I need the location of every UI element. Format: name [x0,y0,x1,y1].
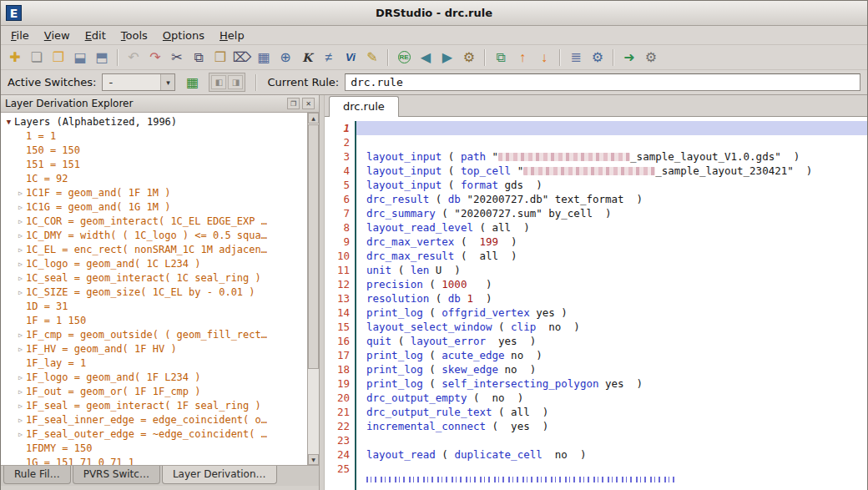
dock-close-button[interactable]: ✕ [302,98,315,109]
back-button[interactable]: ◀ [415,47,437,68]
collapse-icon[interactable]: ▼ [3,115,14,129]
not-equal-icon: ≠ [326,51,333,64]
tree-item[interactable]: ▷1F_logo = geom_and( 1F L234 ) [1,371,307,385]
tree-item[interactable]: ▷1C_COR = geom_interact( 1C_EL EDGE_EXP … [1,215,307,229]
save-button[interactable]: ⬓ [69,47,91,68]
menu-options[interactable]: Options [155,27,212,44]
expand-icon[interactable]: ▷ [15,200,26,215]
tree-scrollbar[interactable]: ▲ ▼ [307,113,319,465]
expand-icon[interactable]: ▷ [15,328,26,342]
scroll-down-icon[interactable]: ▼ [308,454,319,465]
tree-item[interactable]: 1G = 151 71 0 71 1 [1,456,307,465]
vi-mode-button[interactable]: Vi [340,47,361,68]
delete-button[interactable]: ⌦ [231,47,253,68]
tree-item[interactable]: ▷1F_HV = geom_and( 1F HV ) [1,342,307,356]
export-view-button[interactable]: ⧉ [490,47,512,68]
menu-view[interactable]: View [37,27,78,44]
tree-item[interactable]: 1C = 92 [1,172,307,186]
menu-file[interactable]: File [3,27,37,44]
expand-icon[interactable]: ▷ [15,427,26,442]
tree-item[interactable]: 1 = 1 [1,129,307,144]
scroll-up-icon[interactable]: ▲ [308,113,319,124]
insert-table-button[interactable]: ▦ [253,47,275,68]
save-all-button[interactable]: ⬒ [91,47,113,68]
toggle-right-button[interactable]: ◨ [228,75,243,89]
regex-check-button[interactable]: RE [393,47,415,68]
active-switches-combo[interactable]: - ▾ [102,73,175,91]
expand-icon[interactable]: ▷ [15,243,26,257]
tree-item[interactable]: ▷1F_seal_outer_edge = ~edge_coincident( … [1,427,307,442]
settings-button[interactable]: ⚙ [640,47,662,68]
tree-item[interactable]: ▷1F_seal = geom_interact( 1F seal_ring ) [1,399,307,413]
layer-tree[interactable]: ▼Layers (Alphabetized, 1996)1 = 1150 = 1… [1,113,307,465]
cut-button[interactable]: ✂ [166,47,188,68]
expand-icon[interactable]: ▷ [15,371,26,385]
scroll-thumb[interactable] [308,124,319,369]
copy-button[interactable]: ⧉ [188,47,209,68]
tree-item[interactable]: ▷1F_seal_inner_edge = edge_coincident( o… [1,413,307,427]
tree-item[interactable]: ▷1C_seal = geom_interact( 1C seal_ring ) [1,271,307,285]
tree-item[interactable]: ▷1F_cmp = geom_outside( ( geom_fill_rect… [1,328,307,342]
tree-item[interactable]: 1D = 31 [1,300,307,314]
expand-icon[interactable]: ▷ [15,215,26,229]
menu-tools[interactable]: Tools [114,27,155,44]
tree-item[interactable]: 1F_lay = 1 [1,356,307,371]
tree-item[interactable]: 151 = 151 [1,158,307,172]
tree-item[interactable]: 1F = 1 150 [1,314,307,328]
bottom-tab-layer-derivation[interactable]: Layer Derivation… [162,466,277,484]
tree-root[interactable]: ▼Layers (Alphabetized, 1996) [1,115,307,129]
expand-icon[interactable]: ▷ [15,229,26,243]
redo-button[interactable]: ↷ [144,47,166,68]
menu-help[interactable]: Help [212,27,252,44]
code-line: 11unit ( len U ) [325,263,867,277]
expand-icon[interactable]: ▷ [15,271,26,285]
tree-item[interactable]: ▷1C_SIZE = geom_size( 1C_EL by - 0.01 ) [1,285,307,300]
code-editor[interactable]: 123layout_input ( path "_sample_layout_V… [325,117,867,490]
tree-item[interactable]: ▷1C_EL = enc_rect( nonSRAM_1C 1M adjacen… [1,243,307,257]
rule-check-settings-button[interactable]: ⚙ [458,47,480,68]
expand-icon[interactable]: ▷ [15,285,26,300]
delete-icon: ⌦ [233,51,252,64]
run-button[interactable]: ➜ [618,47,640,68]
forward-button[interactable]: ▶ [437,47,458,68]
chevron-down-icon[interactable]: ▾ [160,74,174,90]
expand-icon[interactable]: ▷ [15,413,26,427]
open-folder-button[interactable]: ❐ [48,47,69,68]
find-button[interactable]: ⊕ [275,47,296,68]
toolbar-separator [484,49,486,66]
tree-item[interactable]: ▷1C1G = geom_and( 1G 1M ) [1,200,307,215]
switch-table-button[interactable]: ▦ [181,72,203,93]
tree-item[interactable]: ▷1C_DMY = width( ( 1C_logo ) <= 0.5 squa… [1,229,307,243]
new-rule-file-button[interactable]: ❏ [26,47,48,68]
expand-icon[interactable]: ▷ [15,342,26,356]
expand-icon[interactable]: ▷ [15,186,26,200]
tool-settings-button[interactable]: ⚙ [587,47,608,68]
new-file-button[interactable]: ✚ [4,47,26,68]
tree-item[interactable]: ▷1C_logo = geom_and( 1C L234 ) [1,257,307,271]
format-k-button[interactable]: K [296,47,318,68]
move-down-button[interactable]: ↓ [533,47,555,68]
not-equal-button[interactable]: ≠ [318,47,340,68]
dock-float-button[interactable]: ❐ [287,98,300,109]
undo-button[interactable]: ↶ [123,47,144,68]
tree-item[interactable]: 1FDMY = 150 [1,442,307,456]
paste-button[interactable]: ❒ [209,47,231,68]
move-up-button[interactable]: ↑ [512,47,533,68]
tree-item[interactable]: ▷1C1F = geom_and( 1F 1M ) [1,186,307,200]
editor-tab-drc-rule[interactable]: drc.rule [329,96,399,117]
expand-icon[interactable]: ▷ [15,257,26,271]
layer-tree-panel: ▼Layers (Alphabetized, 1996)1 = 1150 = 1… [1,113,319,465]
expand-icon[interactable]: ▷ [15,385,26,399]
current-rule-input[interactable] [345,73,860,91]
tree-item[interactable]: ▷1F_out = geom_or( 1F 1F_cmp ) [1,385,307,399]
expand-icon[interactable]: ▷ [15,399,26,413]
bottom-tab-rule-fil[interactable]: Rule Fil… [3,466,71,484]
sort-rules-button[interactable]: ≣ [565,47,587,68]
tree-item[interactable]: 150 = 150 [1,144,307,158]
toggle-left-button[interactable]: ◧ [211,75,226,89]
scroll-track[interactable] [308,124,319,454]
bottom-tab-pvrs-switc[interactable]: PVRS Switc… [73,466,160,484]
highlighter-button[interactable]: ✎ [361,47,383,68]
switch-table-icon: ▦ [186,76,199,89]
menu-edit[interactable]: Edit [78,27,114,44]
